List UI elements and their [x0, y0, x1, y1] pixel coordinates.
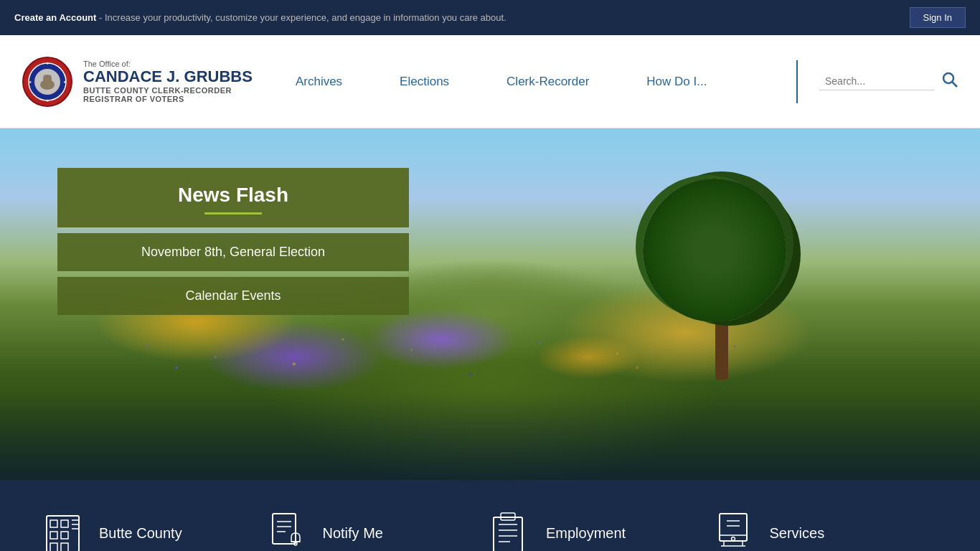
notify-me-icon: [267, 510, 310, 552]
butte-county-icon: [43, 510, 86, 552]
news-flash-underline: [204, 212, 262, 215]
employment-label: Employment: [546, 525, 626, 542]
logo-text: The Office of: CANDACE J. GRUBBS BUTTE C…: [83, 60, 253, 103]
footer-link-butte-county[interactable]: Butte County: [43, 510, 267, 552]
site-header: ★ ★ ★ ★ The Office of: CANDACE J. GRUBBS…: [0, 35, 980, 128]
svg-rect-18: [50, 543, 57, 552]
nav-elections[interactable]: Elections: [371, 75, 478, 89]
footer-link-employment[interactable]: Employment: [490, 510, 714, 552]
nav-divider: [796, 60, 798, 103]
svg-rect-23: [273, 514, 296, 544]
news-flash-container: News Flash November 8th, General Electio…: [57, 168, 409, 315]
svg-point-6: [48, 75, 52, 78]
search-icon: [941, 71, 958, 88]
svg-rect-14: [50, 520, 57, 527]
footer-quick-links: Butte County Notify Me: [0, 480, 980, 551]
news-item-1-text: November 8th, General Election: [141, 245, 325, 259]
sign-in-button[interactable]: Sign In: [910, 7, 966, 28]
svg-point-39: [731, 537, 735, 540]
news-item-2[interactable]: Calendar Events: [57, 277, 409, 315]
nav-how-do-i[interactable]: How Do I...: [618, 75, 735, 89]
official-name: CANDACE J. GRUBBS: [83, 68, 253, 85]
news-flash-title: News Flash: [72, 184, 395, 207]
nav-archives[interactable]: Archives: [267, 75, 371, 89]
employment-icon: [490, 510, 533, 552]
news-flash-header: News Flash: [57, 168, 409, 227]
news-item-2-text: Calendar Events: [185, 288, 281, 303]
hero-overlay: [0, 394, 980, 480]
svg-rect-17: [61, 532, 68, 539]
official-title1: BUTTE COUNTY CLERK-RECORDER: [83, 86, 253, 95]
footer-link-services[interactable]: Services: [714, 510, 938, 552]
create-account-link[interactable]: Create an Account: [14, 12, 96, 23]
county-seal: ★ ★ ★ ★: [22, 56, 73, 108]
svg-rect-13: [47, 516, 79, 552]
services-icon: [714, 510, 757, 552]
footer-link-notify-me[interactable]: Notify Me: [267, 510, 491, 552]
top-banner: Create an Account - Increase your produc…: [0, 0, 980, 35]
search-area: [805, 71, 958, 93]
news-item-1[interactable]: November 8th, General Election: [57, 233, 409, 271]
search-input[interactable]: [819, 72, 934, 90]
banner-text: - Increase your productivity, customize …: [99, 12, 507, 23]
svg-rect-16: [50, 532, 57, 539]
svg-point-5: [44, 75, 47, 78]
notify-me-label: Notify Me: [323, 525, 383, 542]
svg-line-12: [953, 82, 958, 87]
butte-county-label: Butte County: [99, 525, 182, 542]
svg-rect-15: [61, 520, 68, 527]
hero-section: News Flash November 8th, General Electio…: [0, 128, 980, 480]
services-label: Services: [770, 525, 825, 542]
hero-tree: [621, 171, 822, 401]
banner-message: Create an Account - Increase your produc…: [14, 12, 507, 23]
official-title2: REGISTRAR OF VOTERS: [83, 95, 253, 103]
svg-rect-19: [61, 543, 68, 552]
search-button[interactable]: [941, 71, 958, 93]
logo-area: ★ ★ ★ ★ The Office of: CANDACE J. GRUBBS…: [22, 56, 253, 108]
nav-clerk-recorder[interactable]: Clerk-Recorder: [478, 75, 618, 89]
svg-rect-30: [494, 517, 522, 552]
svg-point-11: [943, 73, 953, 83]
main-nav: Archives Elections Clerk-Recorder How Do…: [253, 75, 789, 89]
